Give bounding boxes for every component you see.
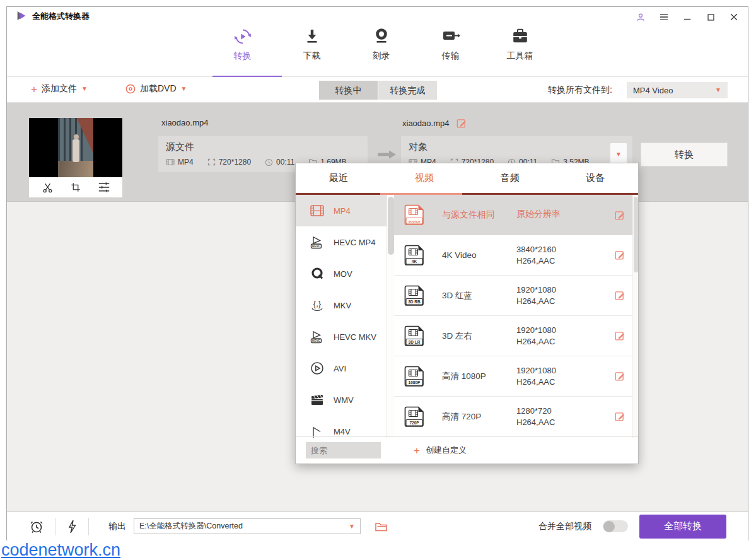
nav-tab-toolbox[interactable]: 工具箱 <box>499 27 541 62</box>
main-nav: 转换 下载 刻录 <box>7 18 748 77</box>
format-item-mp4[interactable]: MP4 <box>296 195 387 226</box>
format-item-wmv[interactable]: WMV <box>296 384 387 416</box>
svg-text:4K: 4K <box>412 259 417 263</box>
nav-tab-convert[interactable]: 转换 <box>222 27 264 62</box>
preset-edit-button[interactable] <box>615 210 625 221</box>
preset-row-3d-lr[interactable]: 3D LR 3D 左右 1920*1080 H264,AAC <box>394 316 638 356</box>
watermark-link[interactable]: codenetwork.cn <box>1 540 120 560</box>
preset-edit-button[interactable] <box>615 371 625 382</box>
hevc-play-icon: HEVC <box>309 329 325 344</box>
hevc-play-icon: HEVC <box>309 235 325 250</box>
create-custom-button[interactable]: + 创建自定义 <box>414 445 467 456</box>
trim-button[interactable] <box>42 182 54 194</box>
edit-pencil-icon <box>615 411 625 422</box>
preset-edit-button[interactable] <box>615 411 625 422</box>
format-label: MKV <box>334 301 351 310</box>
preset-row-720p[interactable]: 720P 高清 720P 1280*720 H264,AAC <box>394 397 638 437</box>
high-speed-button[interactable] <box>66 519 78 534</box>
popup-tab-recent[interactable]: 最近 <box>296 163 381 193</box>
preset-file-icon: 720P <box>403 405 426 429</box>
edit-pencil-icon <box>615 371 625 382</box>
tab-converted[interactable]: 转换完成 <box>378 81 437 100</box>
preset-name: 高清 720P <box>442 411 516 423</box>
source-format: MP4 <box>166 158 194 166</box>
resolution-icon <box>207 158 216 166</box>
format-label: MOV <box>334 269 352 279</box>
search-input[interactable] <box>306 442 381 458</box>
schedule-button[interactable] <box>29 519 44 534</box>
scissors-icon <box>42 182 54 194</box>
format-item-mkv[interactable]: {,} MKV <box>296 289 387 321</box>
format-item-avi[interactable]: AVI <box>296 353 387 384</box>
popup-tab-video[interactable]: 视频 <box>381 163 467 193</box>
output-path-dropdown[interactable]: E:\全能格式转换器\Converted ▼ <box>134 518 361 534</box>
preset-row-3d-rb[interactable]: 3D RB 3D 红蓝 1920*1080 H264,AAC <box>394 276 638 316</box>
nav-tab-burn[interactable]: 刻录 <box>361 27 402 62</box>
preset-details: 原始分辨率 <box>516 209 605 222</box>
rename-edit-icon[interactable] <box>457 118 467 129</box>
source-title: 源文件 <box>166 141 360 153</box>
svg-text:3D RB: 3D RB <box>408 299 421 303</box>
format-label: AVI <box>334 364 346 373</box>
popup-tab-device[interactable]: 设备 <box>552 163 638 193</box>
format-item-mov[interactable]: MOV <box>296 258 387 289</box>
edit-pencil-icon <box>615 210 625 221</box>
svg-text:{,}: {,} <box>313 299 322 308</box>
preset-row-4k[interactable]: 4K 4K Video 3840*2160 H264,AAC <box>394 235 638 276</box>
preset-edit-button[interactable] <box>615 290 625 301</box>
open-folder-icon <box>375 521 388 532</box>
format-item-hevc-mp4[interactable]: HEVC HEVC MP4 <box>296 226 387 258</box>
open-folder-button[interactable] <box>375 521 388 532</box>
convert-all-button[interactable]: 全部转换 <box>639 515 726 539</box>
preset-edit-button[interactable] <box>615 250 625 260</box>
chevron-down-icon: ▼ <box>715 87 721 93</box>
merge-videos-toggle[interactable] <box>603 520 628 532</box>
create-custom-label: 创建自定义 <box>426 445 467 456</box>
preset-list-scrollbar-thumb[interactable] <box>634 197 638 272</box>
svg-text:720P: 720P <box>409 420 419 424</box>
preset-name: 与源文件相同 <box>442 209 516 221</box>
svg-text:1080P: 1080P <box>409 380 421 384</box>
target-title: 对象 <box>409 141 625 153</box>
download-icon <box>303 27 322 46</box>
preset-file-icon: 4K <box>403 243 426 267</box>
dvd-disc-icon <box>125 84 136 94</box>
divider <box>55 518 55 535</box>
format-label: HEVC MP4 <box>334 238 375 247</box>
nav-tab-download[interactable]: 下载 <box>291 27 333 62</box>
format-sidebar: MP4 HEVC HEVC MP4 <box>296 195 387 438</box>
clapperboard-icon <box>309 392 325 407</box>
svg-text:source: source <box>408 219 421 223</box>
nav-tab-transfer[interactable]: 传输 <box>430 27 472 62</box>
preset-row-same-as-source[interactable]: source 与源文件相同 原始分辨率 <box>394 195 638 235</box>
preset-edit-button[interactable] <box>615 330 625 341</box>
preset-details: 1920*1080 H264,AAC <box>516 325 605 346</box>
plus-icon: + <box>414 445 420 456</box>
popup-tab-audio[interactable]: 音频 <box>467 163 553 193</box>
add-file-button[interactable]: + 添加文件 ▼ <box>31 83 88 95</box>
preset-details: 1920*1080 H264,AAC <box>516 366 605 387</box>
convert-row-button[interactable]: 转换 <box>641 143 728 166</box>
play-flag-icon <box>309 424 325 438</box>
format-item-hevc-mkv[interactable]: HEVC HEVC MKV <box>296 321 387 353</box>
edit-pencil-icon <box>615 290 625 301</box>
convert-all-to-dropdown[interactable]: MP4 Video ▼ <box>627 82 728 98</box>
source-resolution: 720*1280 <box>207 158 251 166</box>
preset-file-icon: 3D LR <box>403 324 426 348</box>
effects-button[interactable] <box>98 182 110 193</box>
preset-name: 3D 红蓝 <box>442 290 516 301</box>
tab-converting[interactable]: 转换中 <box>319 81 378 100</box>
preset-row-1080p[interactable]: 1080P 高清 1080P 1920*1080 H264,AAC <box>394 356 638 397</box>
format-item-m4v[interactable]: M4V <box>296 416 387 438</box>
format-label: WMV <box>334 395 354 405</box>
svg-text:HEVC: HEVC <box>312 245 320 248</box>
preset-details: 1920*1080 H264,AAC <box>516 285 605 306</box>
source-duration: 00:11 <box>265 158 294 166</box>
load-dvd-button[interactable]: 加载DVD ▼ <box>125 83 187 95</box>
alarm-clock-icon <box>29 519 44 534</box>
format-picker-popup: 最近 视频 音频 设备 MP4 <box>295 163 639 464</box>
crop-button[interactable] <box>70 182 81 193</box>
sidebar-scrollbar-thumb[interactable] <box>388 197 394 255</box>
edit-pencil-icon <box>615 250 625 260</box>
output-label: 输出 <box>108 521 126 532</box>
